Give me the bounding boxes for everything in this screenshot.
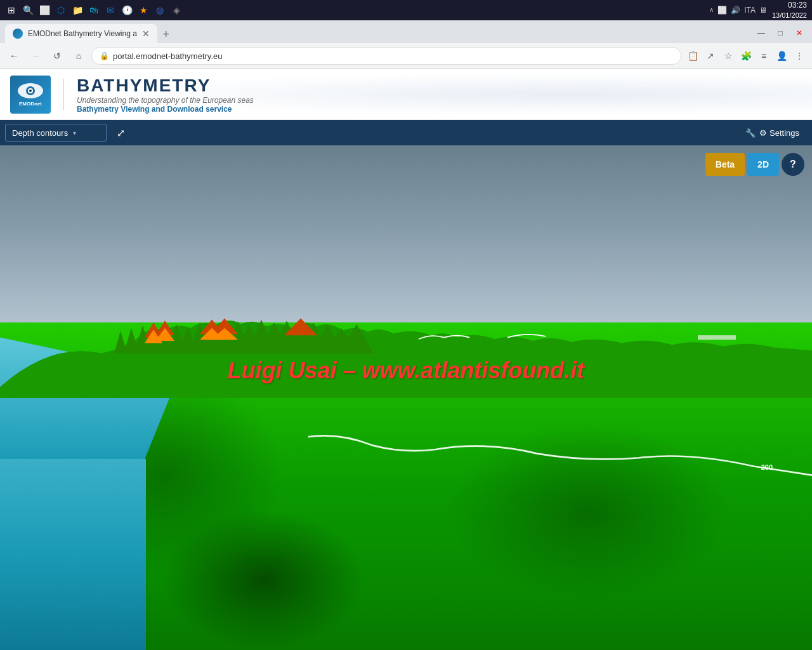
clock-icon[interactable]: 🕐	[121, 4, 133, 17]
site-subtitle: Understanding the topography of the Euro…	[77, 96, 254, 105]
home-button[interactable]: ⌂	[70, 47, 88, 65]
app-icon-1[interactable]: ★	[137, 4, 150, 17]
app-toolbar: Depth contours ▾ ⤢ 🔧 ⚙ Settings	[0, 120, 812, 145]
site-subtitle2: Bathymetry Viewing and Download service	[77, 105, 254, 114]
browser-toolbar: 📋 ↗ ☆ 🧩 ≡ 👤 ⋮	[685, 48, 807, 63]
start-button[interactable]: ⊞	[5, 4, 18, 17]
view-2d-button[interactable]: 2D	[747, 153, 779, 176]
bookmark-icon[interactable]: ☆	[721, 48, 736, 63]
lock-icon: 🔒	[100, 51, 109, 60]
settings-label: ⚙ Settings	[759, 128, 799, 138]
task-view[interactable]: ⬜	[38, 4, 51, 17]
url-text: portal.emodnet-bathymetry.eu	[113, 51, 673, 61]
contour-value-label: 200	[761, 463, 773, 471]
sea-area-bottom-left	[0, 459, 146, 650]
terrain-shading-3	[162, 509, 365, 650]
address-bar: ← → ↺ ⌂ 🔒 portal.emodnet-bathymetry.eu 📋…	[0, 43, 812, 69]
language-indicator: ITA	[744, 6, 756, 15]
wrench-icon: 🔧	[745, 128, 756, 138]
tab-close-button[interactable]: ✕	[142, 29, 150, 39]
notification-icon[interactable]: 🖥	[759, 6, 767, 15]
help-button[interactable]: ?	[782, 153, 804, 176]
logo-graphic	[17, 82, 44, 100]
logo-area: EMODnet BATHYMETRY Understanding the top…	[10, 76, 254, 114]
settings-button[interactable]: 🔧 ⚙ Settings	[738, 124, 807, 142]
map-container[interactable]: 200 Luigi Usai – www.atlantisfound.it Be…	[0, 145, 812, 650]
contour-line	[308, 403, 812, 504]
back-button[interactable]: ←	[5, 47, 23, 65]
expand-icon: ⤢	[117, 127, 125, 139]
taskbar-right: ∧ ⬜ 🔊 ITA 🖥 03:23 13/01/2022	[709, 1, 807, 20]
map-overlay-buttons: Beta 2D ?	[705, 153, 804, 176]
profile-icon[interactable]: 👤	[774, 48, 789, 63]
emodnet-logo[interactable]: EMODnet	[10, 76, 51, 114]
depth-contours-dropdown[interactable]: Depth contours ▾	[5, 124, 107, 142]
forward-button[interactable]: →	[27, 47, 44, 65]
depth-contours-label: Depth contours	[12, 128, 68, 138]
chrome-menu-icon[interactable]: ⋮	[792, 48, 807, 63]
svg-point-3	[29, 90, 32, 92]
browser-frame: EMODnet Bathymetry Viewing a ✕ + — □ ✕ ←…	[0, 20, 812, 69]
close-window-button[interactable]: ✕	[792, 25, 807, 41]
chrome-icon[interactable]: ◎	[154, 4, 166, 17]
site-title-area: BATHYMETRY Understanding the topography …	[77, 76, 254, 114]
tab-favicon	[13, 29, 23, 39]
extensions-icon[interactable]: 🧩	[738, 48, 754, 63]
refresh-button[interactable]: ↺	[48, 47, 66, 65]
mountain-ridge	[0, 297, 812, 398]
sidebar-icon[interactable]: ≡	[756, 48, 771, 63]
edge-icon[interactable]: ⬡	[55, 4, 67, 17]
date-display: 13/01/2022	[772, 11, 807, 20]
site-header: EMODnet BATHYMETRY Understanding the top…	[0, 69, 812, 120]
search-button[interactable]: 🔍	[22, 4, 34, 17]
clock[interactable]: 03:23 13/01/2022	[772, 1, 807, 20]
minimize-button[interactable]: —	[754, 25, 769, 41]
bathymetry-scene: 200 Luigi Usai – www.atlantisfound.it	[0, 145, 812, 650]
mail-icon[interactable]: ✉	[104, 4, 117, 17]
maximize-button[interactable]: □	[773, 25, 788, 41]
store-icon[interactable]: 🛍	[88, 4, 100, 17]
tab-bar-controls: — □ ✕	[175, 25, 807, 43]
url-bar[interactable]: 🔒 portal.emodnet-bathymetry.eu	[91, 47, 681, 65]
display-icon[interactable]: ⬜	[717, 6, 727, 15]
tab-bar: EMODnet Bathymetry Viewing a ✕ + — □ ✕	[0, 20, 812, 43]
expand-button[interactable]: ⤢	[112, 124, 129, 142]
svg-rect-33	[698, 335, 736, 340]
active-tab[interactable]: EMODnet Bathymetry Viewing a ✕	[5, 24, 157, 43]
toolbar-left: Depth contours ▾ ⤢	[5, 124, 129, 142]
app-icon-2[interactable]: ◈	[170, 4, 183, 17]
share-icon[interactable]: ↗	[703, 48, 718, 63]
logo-divider	[63, 79, 64, 110]
tab-title: EMODnet Bathymetry Viewing a	[28, 29, 137, 38]
site-title: BATHYMETRY	[77, 76, 254, 96]
screenshot-icon[interactable]: 📋	[685, 48, 700, 63]
beta-button[interactable]: Beta	[705, 153, 745, 176]
windows-taskbar: ⊞ 🔍 ⬜ ⬡ 📁 🛍 ✉ 🕐 ★ ◎ ◈ ∧ ⬜ 🔊 ITA 🖥 03:23 …	[0, 0, 812, 20]
dropdown-arrow-icon: ▾	[73, 129, 76, 136]
time-display: 03:23	[772, 1, 807, 11]
new-tab-button[interactable]: +	[157, 25, 175, 43]
taskbar-left: ⊞ 🔍 ⬜ ⬡ 📁 🛍 ✉ 🕐 ★ ◎ ◈	[5, 4, 183, 17]
taskbar-system-icons: ∧ ⬜ 🔊 ITA 🖥	[709, 6, 767, 15]
overflow-icon[interactable]: ∧	[709, 6, 714, 13]
explorer-icon[interactable]: 📁	[71, 4, 84, 17]
volume-icon[interactable]: 🔊	[731, 6, 740, 15]
logo-label: EMODnet	[19, 101, 42, 107]
